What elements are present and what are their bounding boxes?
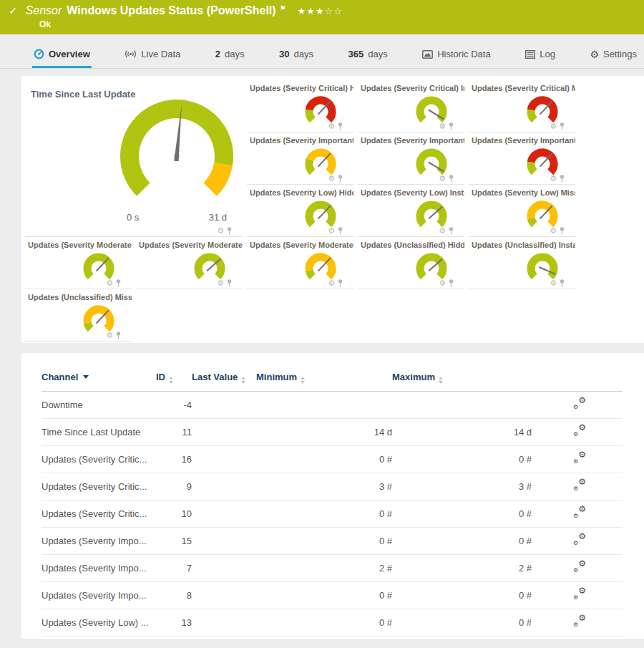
pin-icon[interactable]	[559, 227, 565, 235]
gear-icon[interactable]: ⚙	[106, 279, 113, 287]
gear-icon[interactable]: ⚙	[439, 279, 446, 287]
gauge-tools: ⚙	[550, 279, 565, 287]
tab-30-days[interactable]: 30days	[278, 44, 315, 68]
channel-row[interactable]: Downtime-4⚙⚙	[42, 392, 623, 419]
edit-channel-icon[interactable]: ⚙⚙	[573, 589, 586, 600]
column-header-minimum[interactable]: Minimum	[256, 372, 392, 392]
gauge-title: Updates (Unclassified) Install...	[469, 237, 575, 249]
edit-channel-icon[interactable]: ⚙⚙	[573, 561, 586, 573]
gauge-title: Updates (Severity Critical) Ins...	[358, 80, 464, 92]
gear-icon[interactable]: ⚙	[106, 332, 113, 339]
column-header-id[interactable]: ID	[156, 372, 192, 392]
gear-icon[interactable]: ⚙	[439, 175, 446, 183]
gear-icon[interactable]: ⚙	[550, 175, 557, 183]
gauge-tile: Updates (Severity Critical) Ins...⚙	[358, 80, 464, 132]
main-gauge-container	[105, 96, 243, 213]
pin-icon[interactable]	[226, 227, 233, 235]
tab-historic-data[interactable]: Historic Data	[421, 44, 492, 68]
main-gauge	[105, 96, 243, 211]
gauge-tile: Updates (Severity Moderate) ...⚙	[247, 237, 353, 289]
pin-icon[interactable]	[226, 279, 233, 287]
column-header-maximum[interactable]: Maximum	[392, 372, 532, 392]
channel-row[interactable]: Updates (Severity Critic...160 #0 #⚙⚙	[42, 446, 623, 473]
flag-icon[interactable]: ⚑	[280, 4, 286, 12]
gear-icon[interactable]: ⚙	[217, 279, 224, 287]
gear-icon[interactable]: ⚙	[328, 279, 335, 287]
gauge-tile: Updates (Severity Low) Install...⚙	[358, 185, 464, 237]
channel-row[interactable]: Updates (Severity Impo...150 #0 #⚙⚙	[42, 528, 623, 555]
channel-row[interactable]: Updates (Severity Impo...80 #0 #⚙⚙	[42, 582, 623, 609]
gear-icon[interactable]: ⚙	[328, 175, 335, 183]
channel-row[interactable]: Updates (Severity Low) ...130 #0 #⚙⚙	[42, 609, 623, 637]
gauge-tools: ⚙	[550, 175, 565, 183]
channel-maximum: 0 #	[392, 637, 532, 639]
gauge-title: Updates (Severity Important) ...	[469, 132, 575, 145]
pin-icon[interactable]	[559, 175, 565, 183]
pin-icon[interactable]	[559, 279, 565, 287]
edit-channel-icon[interactable]: ⚙⚙	[573, 534, 586, 546]
tab-2-days[interactable]: 2days	[214, 44, 246, 68]
column-header-channel[interactable]: Channel	[42, 372, 156, 392]
pin-icon[interactable]	[115, 332, 122, 339]
gauge-tools: ⚙	[106, 332, 122, 339]
channel-table-header-row: ChannelIDLast ValueMinimumMaximum	[42, 372, 623, 392]
gear-icon[interactable]: ⚙	[328, 227, 335, 235]
channel-last-value	[192, 528, 256, 555]
gauge-tools: ⚙	[439, 279, 454, 287]
channel-maximum: 0 #	[392, 446, 532, 473]
channel-last-value	[192, 555, 256, 582]
pin-icon[interactable]	[448, 227, 454, 235]
gear-icon[interactable]: ⚙	[550, 122, 557, 130]
channel-maximum: 3 #	[392, 473, 532, 500]
gauge-tools: ⚙	[439, 175, 454, 183]
gauge-title: Updates (Severity Critical) Hi...	[247, 80, 353, 92]
pin-icon[interactable]	[115, 279, 122, 287]
pin-icon[interactable]	[448, 279, 454, 287]
gauge-tile: Updates (Unclassified) Install...⚙	[469, 237, 575, 289]
column-header-last-value[interactable]: Last Value	[192, 372, 256, 392]
pin-icon[interactable]	[337, 175, 343, 183]
pin-icon[interactable]	[448, 175, 454, 183]
tab-365-days[interactable]: 365days	[347, 44, 389, 68]
edit-channel-icon[interactable]: ⚙⚙	[573, 398, 586, 410]
gear-icon[interactable]: ⚙	[550, 279, 557, 287]
gear-icon[interactable]: ⚙	[328, 122, 335, 130]
pin-icon[interactable]	[337, 279, 343, 287]
channel-name: Updates (Severity Low) ...	[42, 609, 156, 637]
channel-name: Updates (Severity Impo...	[42, 555, 156, 582]
gauge-min-label: 0 s	[127, 212, 139, 223]
gauge-tools: ⚙	[328, 122, 343, 130]
gear-icon[interactable]: ⚙	[550, 227, 557, 235]
gear-icon[interactable]: ⚙	[439, 227, 446, 235]
channel-row[interactable]: Updates (Severity Critic...93 #3 #⚙⚙	[42, 473, 623, 500]
tab-settings[interactable]: ⚙Settings	[588, 44, 638, 68]
gauge-title: Updates (Severity Low) Install...	[358, 185, 464, 197]
sort-icon	[169, 377, 173, 384]
gear-icon[interactable]: ⚙	[439, 122, 446, 130]
sort-caret-icon	[83, 375, 89, 379]
tab-live-data[interactable]: Live Data	[123, 44, 182, 68]
tab-log[interactable]: Log	[524, 44, 557, 68]
gear-icon[interactable]: ⚙	[217, 227, 224, 235]
pin-icon[interactable]	[337, 227, 343, 235]
edit-channel-icon[interactable]: ⚙⚙	[573, 453, 586, 464]
priority-stars[interactable]: ★★★☆☆	[298, 6, 343, 16]
gauge-title: Updates (Severity Critical) Mi...	[469, 80, 575, 92]
gauge-tools: ⚙	[550, 122, 565, 130]
channel-row[interactable]: Updates (Severity Low) ...30 #0 #⚙⚙	[42, 637, 623, 639]
edit-channel-icon[interactable]: ⚙⚙	[573, 507, 586, 518]
edit-channel-icon[interactable]: ⚙⚙	[573, 616, 586, 627]
edit-channel-icon[interactable]: ⚙⚙	[573, 425, 586, 437]
gauge-tools: ⚙	[328, 227, 343, 235]
channel-row[interactable]: Updates (Severity Critic...100 #0 #⚙⚙	[42, 500, 623, 528]
pin-icon[interactable]	[337, 122, 343, 130]
edit-channel-icon[interactable]: ⚙⚙	[573, 480, 586, 491]
pin-icon[interactable]	[448, 122, 454, 130]
pin-icon[interactable]	[559, 122, 565, 130]
channel-name: Updates (Severity Critic...	[42, 446, 156, 473]
gauge-title: Updates (Severity Important) ...	[358, 132, 464, 145]
channel-row[interactable]: Time Since Last Update1114 d14 d⚙⚙	[42, 419, 623, 446]
tab-overview[interactable]: Overview	[32, 44, 92, 68]
gauge-tools: ⚙	[328, 175, 343, 183]
channel-row[interactable]: Updates (Severity Impo...72 #2 #⚙⚙	[42, 555, 623, 582]
